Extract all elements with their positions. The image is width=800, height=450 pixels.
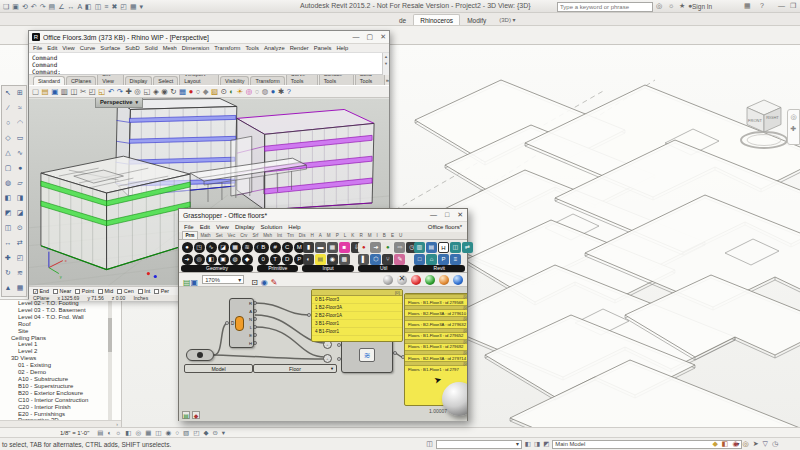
search-binoculars-icon[interactable]: ◎ bbox=[656, 2, 662, 10]
gh-save-icon[interactable]: ▣ bbox=[191, 278, 199, 287]
gh-tab-r-16[interactable]: R bbox=[357, 232, 365, 239]
browser-item[interactable]: C20 - Interior Finish bbox=[0, 404, 121, 411]
revit-transaction-icon[interactable]: ⇄ bbox=[462, 242, 473, 253]
gh-panel-floor-list[interactable]: {0} 0 B1-Floor31 B2-Floor3A2 B2-Floor1A3… bbox=[311, 289, 403, 342]
gh-tab-vec-3[interactable]: Vec bbox=[225, 232, 238, 239]
gh-revit-floor-component[interactable]: ≋ bbox=[341, 337, 393, 373]
trim-icon[interactable]: ↔ bbox=[2, 236, 14, 251]
command-scrollbar[interactable]: ▲▼ bbox=[382, 53, 389, 75]
select-window-icon[interactable]: ⊞ bbox=[14, 86, 26, 101]
checkbox-icon[interactable] bbox=[75, 289, 80, 294]
help-icon[interactable]: ? bbox=[287, 86, 291, 97]
viewcube[interactable]: FRONT RIGHT bbox=[738, 95, 792, 153]
worksets-icon[interactable]: ◫ bbox=[426, 440, 433, 448]
surface-param-icon[interactable]: ◧ bbox=[206, 254, 217, 265]
rhino-tab-cplanes[interactable]: CPlanes bbox=[66, 76, 96, 85]
boolean-union-icon[interactable]: ◫ bbox=[2, 221, 14, 236]
canvas-zoom-combo[interactable]: 170%▾ bbox=[202, 275, 244, 284]
constraints-icon[interactable]: ⊙ bbox=[212, 429, 217, 437]
galapagos-icon[interactable]: ● bbox=[382, 242, 393, 253]
zoom-dynamic-icon[interactable]: ◎ bbox=[134, 86, 141, 97]
revit-parameter-icon[interactable]: P bbox=[438, 254, 449, 265]
preview-eye-icon[interactable]: ◉ bbox=[261, 278, 268, 287]
osnap-near[interactable]: Near bbox=[53, 288, 71, 294]
pan-icon[interactable]: ✚ bbox=[126, 86, 132, 97]
gh-tab-p-13[interactable]: P bbox=[333, 232, 341, 239]
filter-status-icon[interactable]: ▽ bbox=[763, 440, 768, 448]
save-icon[interactable]: ▣ bbox=[51, 86, 58, 97]
dropdown-arrow-icon[interactable]: ▼ bbox=[330, 366, 334, 371]
revit-host-icon[interactable]: H bbox=[438, 242, 449, 253]
gh-menu-display[interactable]: Display bbox=[235, 224, 255, 230]
ribbon-tab-modify[interactable]: Modify bbox=[461, 15, 492, 25]
ribbon-tab-rhinoceros[interactable]: Rhinoceros bbox=[413, 14, 460, 25]
boolean-icon[interactable]: B bbox=[258, 242, 269, 253]
cut-icon[interactable]: ✂ bbox=[80, 86, 86, 97]
preview-blue-icon[interactable] bbox=[453, 275, 463, 285]
array-icon[interactable]: ▦ bbox=[14, 281, 26, 296]
revit-element-icon[interactable]: □ bbox=[414, 254, 425, 265]
rhino-menu-tools[interactable]: Tools bbox=[245, 44, 259, 52]
circle-icon[interactable]: ○ bbox=[2, 116, 14, 131]
hide-isolate-icon[interactable]: ◉ bbox=[165, 429, 171, 437]
sketch-pencil-icon[interactable]: ✎ bbox=[271, 278, 278, 287]
checkbox-icon[interactable]: ✓ bbox=[33, 289, 38, 294]
rendering-dialog-icon[interactable]: ◎ bbox=[135, 429, 141, 437]
minimize-icon[interactable]: — bbox=[353, 33, 360, 41]
gh-tab-u-21[interactable]: U bbox=[396, 232, 404, 239]
box-param-icon[interactable]: ▣ bbox=[218, 254, 229, 265]
background-process-icon[interactable]: ◷ bbox=[772, 440, 778, 448]
gh-tab-math-1[interactable]: Math bbox=[198, 232, 213, 239]
3d-view-icon[interactable]: ◧ bbox=[85, 1, 92, 12]
design-option-icon[interactable]: ◩ bbox=[543, 440, 549, 448]
browser-item[interactable]: C10 - Interior Construction bbox=[0, 397, 121, 404]
options-icon[interactable]: ✱ bbox=[278, 86, 284, 97]
gh-tab-m-17[interactable]: M bbox=[365, 232, 374, 239]
brep-icon[interactable]: ◪ bbox=[218, 242, 229, 253]
mirror-icon[interactable]: ▲ bbox=[2, 281, 14, 296]
crop-region-icon[interactable]: ◫ bbox=[155, 429, 161, 437]
browser-item[interactable]: Roof bbox=[0, 321, 121, 328]
ellipse-icon[interactable]: ◇ bbox=[2, 131, 14, 146]
rhino-tab-visibility[interactable]: Visibility bbox=[220, 76, 249, 85]
search-input[interactable] bbox=[557, 2, 653, 12]
sphere-white-icon[interactable]: ○ bbox=[255, 86, 260, 97]
copy-icon[interactable]: ◰ bbox=[89, 86, 96, 97]
revit-level-icon[interactable]: ≡ bbox=[450, 254, 461, 265]
new-file-icon[interactable]: ▢ bbox=[32, 86, 39, 97]
rhino-menu-view[interactable]: View bbox=[62, 44, 74, 52]
browser-item[interactable]: 02 - Demo bbox=[0, 369, 121, 376]
gh-menu-help[interactable]: Help bbox=[288, 224, 300, 230]
gh-valuelist-floor[interactable]: Floor▼ bbox=[253, 364, 337, 373]
browser-item[interactable]: Level 2 bbox=[0, 348, 121, 355]
grasshopper-titlebar[interactable]: Grasshopper - Office floors* —□✕ bbox=[179, 209, 467, 222]
checkbox-icon[interactable] bbox=[154, 289, 159, 294]
browser-item[interactable]: Level 1 bbox=[0, 341, 121, 348]
data-tree-icon[interactable]: ⑂ bbox=[382, 254, 393, 265]
switch-windows-icon[interactable]: ◰ bbox=[120, 1, 127, 12]
colour-icon[interactable]: C bbox=[282, 242, 293, 253]
visual-style-icon[interactable]: ◐ bbox=[107, 429, 111, 436]
polygon-icon[interactable]: △ bbox=[2, 146, 14, 161]
vector-icon[interactable]: ➔ bbox=[182, 254, 193, 265]
browser-item[interactable]: Site bbox=[0, 328, 121, 335]
sun-icon[interactable]: ☀ bbox=[236, 86, 243, 97]
gh-tab-prm-0[interactable]: Prm bbox=[182, 231, 198, 239]
loft-icon[interactable]: ◧ bbox=[2, 191, 14, 206]
hide-objects-icon[interactable]: ● bbox=[189, 86, 194, 97]
paste-icon[interactable]: ◱ bbox=[98, 86, 105, 97]
rhino-menu-transform[interactable]: Transform bbox=[214, 44, 240, 52]
print-icon[interactable]: ▥ bbox=[61, 86, 68, 97]
cylinder-icon[interactable]: ◍ bbox=[2, 176, 14, 191]
relay-icon[interactable]: ➔ bbox=[370, 242, 381, 253]
mesh-param-icon[interactable]: ▦ bbox=[230, 242, 241, 253]
gh-menu-edit[interactable]: Edit bbox=[200, 224, 210, 230]
browser-item[interactable]: 01 - Existing bbox=[0, 362, 121, 369]
group-param-icon[interactable]: ◍ bbox=[230, 254, 241, 265]
browser-item[interactable]: B10 - Superstructure bbox=[0, 383, 121, 390]
plane-icon[interactable]: ◳ bbox=[194, 242, 205, 253]
layer-dialog-icon[interactable]: ▧ bbox=[211, 86, 218, 97]
rhino-menu-dimension[interactable]: Dimension bbox=[182, 44, 209, 52]
osnap-point[interactable]: Point bbox=[75, 288, 94, 294]
gh-tab-srf-5[interactable]: Srf bbox=[250, 232, 261, 239]
